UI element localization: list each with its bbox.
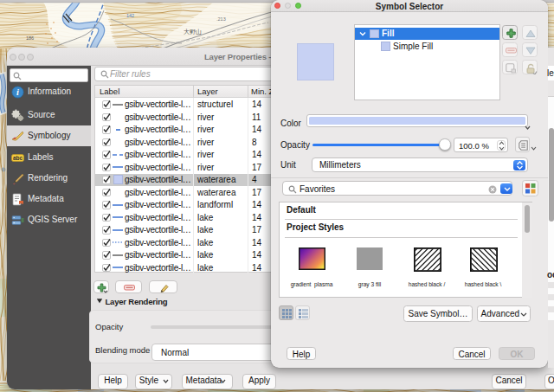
svg-text:i: i: [16, 87, 19, 97]
svg-text:abc: abc: [13, 155, 23, 161]
svg-text:大野山: 大野山: [184, 29, 202, 35]
svg-text:142: 142: [126, 13, 134, 18]
svg-text:.213: .213: [216, 16, 226, 22]
svg-text:186: 186: [26, 35, 34, 41]
